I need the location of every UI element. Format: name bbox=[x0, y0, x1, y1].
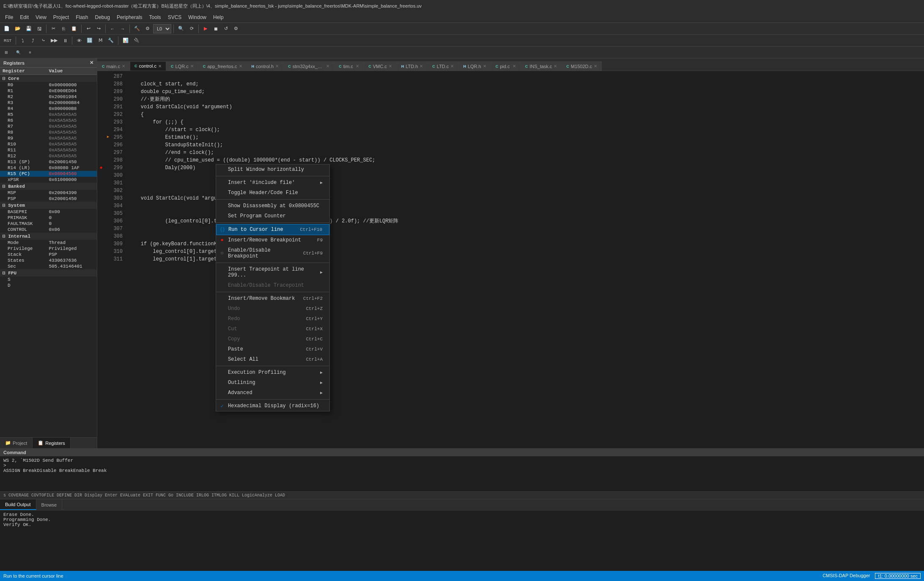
breakpoint-zone[interactable] bbox=[97, 134, 105, 141]
reg-row[interactable]: BASEPRI 0x00 bbox=[0, 209, 97, 215]
ctx-menu-item[interactable]: Split Window horizontally bbox=[216, 164, 329, 175]
close-icon[interactable]: ✕ bbox=[594, 64, 597, 69]
breakpoint-zone[interactable] bbox=[97, 156, 105, 164]
code-area[interactable]: 287288 clock_t start, end;289 double cpu… bbox=[97, 71, 924, 448]
more-btn[interactable]: ≡ bbox=[25, 48, 35, 57]
close-icon[interactable]: ✕ bbox=[275, 64, 279, 69]
breakpoint-zone[interactable] bbox=[97, 149, 105, 156]
ctx-menu-item[interactable]: PasteCtrl+V bbox=[216, 344, 329, 354]
breakpoint-zone[interactable] bbox=[97, 118, 105, 126]
tab-registers[interactable]: 📋 Registers bbox=[33, 438, 70, 448]
open-btn[interactable]: 📂 bbox=[13, 24, 23, 33]
reg-row[interactable]: S bbox=[0, 277, 97, 282]
run-btn[interactable]: ▶▶ bbox=[49, 36, 60, 45]
registers-controls[interactable]: ✕ bbox=[90, 60, 93, 66]
reg-row[interactable]: R10 0xA5A5A5A5 bbox=[0, 141, 97, 147]
file-tab-main-c[interactable]: Cmain.c✕ bbox=[97, 61, 130, 71]
file-tab-M1502D-c[interactable]: CM1502D.c✕ bbox=[562, 61, 602, 71]
file-tab-INS_task-c[interactable]: CINS_task.c✕ bbox=[521, 61, 562, 71]
ctx-menu-item[interactable]: Toggle Header/Code File bbox=[216, 188, 329, 198]
breakpoint-zone[interactable] bbox=[97, 111, 105, 118]
ctx-menu-item[interactable]: ●Insert/Remove BreakpointF9 bbox=[216, 235, 329, 245]
file-tab-control-h[interactable]: Hcontrol.h✕ bbox=[247, 61, 284, 71]
menu-debug[interactable]: Debug bbox=[92, 13, 113, 22]
cut-btn[interactable]: ✂ bbox=[49, 24, 58, 33]
ctx-menu-item[interactable]: Set Program Counter bbox=[216, 211, 329, 221]
ctx-menu-item[interactable]: {}Run to Cursor lineCtrl+F10 bbox=[216, 224, 329, 235]
reg-row[interactable]: R8 0xA5A5A5A5 bbox=[0, 129, 97, 135]
file-tab-VMC-c[interactable]: CVMC.c✕ bbox=[364, 61, 397, 71]
close-icon[interactable]: ✕ bbox=[450, 64, 454, 69]
file-tab-LQR-h[interactable]: HLQR.h✕ bbox=[458, 61, 491, 71]
reg-row[interactable]: Sec 505.43146401 bbox=[0, 263, 97, 269]
debug-reset-btn[interactable]: ↺ bbox=[221, 24, 230, 33]
close-icon[interactable]: ✕ bbox=[356, 64, 359, 69]
reset-btn[interactable]: RST bbox=[2, 36, 14, 45]
mode-btn[interactable]: ⊞ bbox=[2, 48, 11, 57]
close-icon[interactable]: ✕ bbox=[420, 64, 423, 69]
save-btn[interactable]: 💾 bbox=[24, 24, 34, 33]
target-select[interactable]: L0 bbox=[153, 24, 171, 33]
close-icon[interactable]: ✕ bbox=[239, 64, 242, 69]
menu-tools[interactable]: Tools bbox=[146, 13, 165, 22]
file-tab-tim-c[interactable]: Ctim.c✕ bbox=[334, 61, 364, 71]
find-btn[interactable]: 🔍 bbox=[176, 24, 186, 33]
save-all-btn[interactable]: 🖫 bbox=[35, 24, 44, 33]
file-tab-stm32g4xx_hal-c[interactable]: Cstm32g4xx_hal.c✕ bbox=[283, 61, 334, 71]
reg-row[interactable]: R4 0x000000B8 bbox=[0, 106, 97, 112]
zoom-btn[interactable]: 🔍 bbox=[14, 48, 23, 57]
breakpoint-zone[interactable] bbox=[97, 103, 105, 111]
reg-row[interactable]: FAULTMASK 0 bbox=[0, 221, 97, 227]
reg-row[interactable]: R7 0xA5A5A5A5 bbox=[0, 123, 97, 129]
undo-btn[interactable]: ↩ bbox=[84, 24, 93, 33]
nav-back-btn[interactable]: ← bbox=[108, 24, 117, 33]
reg-row[interactable]: R1 0xE000ED04 bbox=[0, 88, 97, 94]
menu-flash[interactable]: Flash bbox=[72, 13, 91, 22]
debug-start-btn[interactable]: ▶ bbox=[201, 24, 210, 33]
ctx-menu-item[interactable]: ✓Hexadecimal Display (radix=16) bbox=[216, 401, 329, 411]
ctx-menu-item[interactable]: Execution Profiling▶ bbox=[216, 367, 329, 378]
menu-edit[interactable]: Edit bbox=[16, 13, 32, 22]
ctx-menu-item[interactable]: Advanced▶ bbox=[216, 388, 329, 398]
breakpoint-zone[interactable] bbox=[97, 255, 105, 263]
close-icon[interactable]: ✕ bbox=[554, 64, 557, 69]
memory-btn[interactable]: Ⅿ bbox=[96, 36, 105, 45]
paste-btn[interactable]: 📋 bbox=[69, 24, 79, 33]
step-btn[interactable]: ⤵ bbox=[18, 36, 27, 45]
breakpoint-zone[interactable] bbox=[97, 187, 105, 195]
new-btn[interactable]: 📄 bbox=[2, 24, 12, 33]
file-tab-LTD-h[interactable]: HLTD.h✕ bbox=[397, 61, 428, 71]
periph-btn[interactable]: 🔌 bbox=[132, 36, 142, 45]
reg-row[interactable]: R12 0xA5A5A5A5 bbox=[0, 153, 97, 159]
breakpoint-zone[interactable] bbox=[97, 96, 105, 103]
ctx-menu-item[interactable]: ○Enable/Disable BreakpointCtrl+F9 bbox=[216, 245, 329, 261]
registers-table[interactable]: Register Value ⊟ Core R0 0x00000000 R1 0… bbox=[0, 68, 97, 437]
breakpoint-zone[interactable] bbox=[97, 202, 105, 210]
breakpoint-zone[interactable] bbox=[97, 233, 105, 240]
menu-project[interactable]: Project bbox=[50, 13, 72, 22]
breakpoint-zone[interactable] bbox=[97, 126, 105, 134]
tab-browse[interactable]: Browse bbox=[36, 499, 63, 510]
reg-row[interactable]: Mode Thread bbox=[0, 240, 97, 246]
tab-build-output[interactable]: Build Output bbox=[0, 499, 36, 510]
file-tab-control-c[interactable]: Ccontrol.c✕ bbox=[130, 61, 166, 71]
breakpoint-zone[interactable]: ● bbox=[97, 164, 105, 172]
reg-row[interactable]: CONTROL 0x06 bbox=[0, 227, 97, 233]
nav-fwd-btn[interactable]: → bbox=[118, 24, 127, 33]
reg-row[interactable]: xPSR 0x61000000 bbox=[0, 177, 97, 183]
reg-row[interactable]: PSP 0x20001450 bbox=[0, 196, 97, 202]
reg-row[interactable]: R13 (SP) 0x20001450 bbox=[0, 159, 97, 165]
file-tab-pid-c[interactable]: Cpid.c✕ bbox=[491, 61, 521, 71]
ctx-menu-item[interactable]: Insert/Remove BookmarkCtrl+F2 bbox=[216, 293, 329, 304]
ctx-menu-item[interactable]: Select AllCtrl+A bbox=[216, 354, 329, 364]
perf-btn[interactable]: 📊 bbox=[121, 36, 131, 45]
close-icon[interactable]: ✕ bbox=[326, 64, 329, 69]
reg-row[interactable]: D bbox=[0, 282, 97, 288]
watch-btn[interactable]: 👁 bbox=[74, 36, 84, 45]
settings-btn[interactable]: ⚙ bbox=[231, 24, 241, 33]
breakpoint-zone[interactable] bbox=[97, 240, 105, 248]
breakpoint-zone[interactable] bbox=[97, 210, 105, 217]
ctx-menu-item[interactable]: Outlining▶ bbox=[216, 378, 329, 388]
menu-window[interactable]: Window bbox=[185, 13, 210, 22]
replace-btn[interactable]: ⟳ bbox=[187, 24, 196, 33]
